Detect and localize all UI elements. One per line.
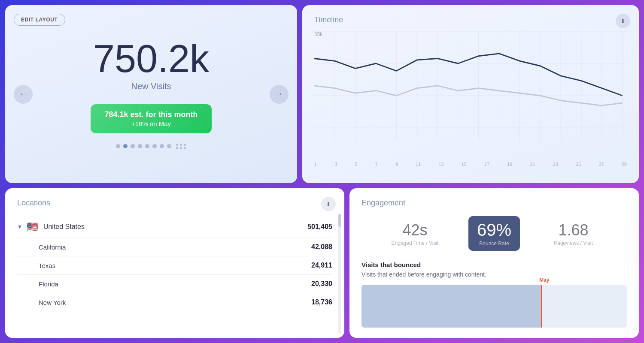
location-row-us[interactable]: ▼ 🇺🇸 United States 501,405: [17, 216, 332, 238]
dot-7[interactable]: [160, 144, 164, 148]
location-name-fl: Florida: [17, 280, 311, 288]
x-label-19: 19: [507, 162, 512, 167]
x-label-17: 17: [484, 162, 489, 167]
estimate-sub-text: +16% on May: [104, 120, 197, 127]
x-label-25: 25: [576, 162, 581, 167]
dot-1[interactable]: [116, 144, 120, 148]
bounce-chart: [361, 285, 627, 328]
dot-5[interactable]: [145, 144, 149, 148]
timeline-download-button[interactable]: ⬇: [616, 14, 630, 28]
timeline-card: Timeline ⬇ 35k: [302, 5, 639, 183]
metric-value: 750.2k: [93, 39, 209, 78]
dot-3[interactable]: [131, 144, 135, 148]
pageviews-label: Pageviews / Visit: [520, 240, 627, 246]
engagement-card: Engagement 42s Engaged Time / Visit 69% …: [349, 188, 639, 338]
locations-download-button[interactable]: ⬇: [321, 197, 336, 211]
estimate-badge: 784.1k est. for this month +16% on May: [91, 104, 211, 133]
dot-4[interactable]: [138, 144, 142, 148]
timeline-svg: [314, 31, 627, 160]
timeline-chart: 35k: [314, 31, 627, 160]
us-flag-icon: 🇺🇸: [27, 221, 38, 232]
dot-6[interactable]: [152, 144, 157, 148]
location-name-ny: New York: [17, 299, 311, 306]
chart-y-label: 35k: [314, 31, 322, 37]
x-label-15: 15: [462, 162, 467, 167]
engaged-time-label: Engaged Time / Visit: [361, 240, 468, 246]
metrics-card: EDIT LAYOUT ← → 750.2k New Visits 784.1k…: [5, 5, 297, 183]
x-label-27: 27: [598, 162, 604, 167]
x-label-5: 5: [355, 162, 357, 167]
nav-prev-button[interactable]: ←: [14, 85, 33, 104]
x-label-13: 13: [438, 162, 444, 167]
location-row-ca[interactable]: California 42,088: [17, 238, 332, 256]
arrow-left-icon: ←: [19, 90, 27, 99]
edit-layout-button[interactable]: EDIT LAYOUT: [14, 14, 65, 26]
bounce-rate-metric[interactable]: 69% Bounce Rate: [468, 216, 520, 251]
locations-card: Locations ⬇ ▼ 🇺🇸 United States 501,405 C…: [5, 188, 344, 338]
download-icon: ⬇: [326, 201, 331, 208]
pageviews-metric[interactable]: 1.68 Pageviews / Visit: [520, 221, 627, 246]
bounce-rate-value: 69%: [477, 220, 511, 240]
locations-title: Locations: [17, 199, 332, 208]
location-count-us: 501,405: [307, 223, 332, 231]
pagination-dots: [116, 144, 186, 149]
x-label-21: 21: [530, 162, 535, 167]
location-row-ny[interactable]: New York 18,736: [17, 293, 332, 311]
x-label-29: 29: [622, 162, 627, 167]
x-label-3: 3: [334, 162, 337, 167]
bounce-desc-title: Visits that bounced: [361, 261, 627, 268]
location-count-tx: 24,911: [311, 262, 332, 269]
scrollbar-track[interactable]: [338, 214, 341, 334]
nav-next-button[interactable]: →: [270, 85, 289, 104]
scrollbar-thumb[interactable]: [338, 214, 341, 227]
location-name-ca: California: [17, 244, 311, 251]
x-label-9: 9: [395, 162, 398, 167]
dot-8[interactable]: [167, 144, 171, 148]
bottom-section: Locations ⬇ ▼ 🇺🇸 United States 501,405 C…: [5, 188, 639, 338]
bounce-desc-text: Visits that ended before engaging with c…: [361, 271, 627, 278]
x-axis: 1 3 5 7 9 11 13 15 17 19 21 23 25 27 29: [314, 160, 627, 167]
engagement-title: Engagement: [361, 199, 627, 208]
location-count-fl: 20,330: [311, 280, 332, 288]
x-label-11: 11: [416, 162, 421, 167]
arrow-right-icon: →: [275, 90, 283, 99]
dot-2[interactable]: [123, 144, 128, 148]
download-icon: ⬇: [620, 18, 626, 24]
location-row-tx[interactable]: Texas 24,911: [17, 256, 332, 275]
x-label-1: 1: [314, 162, 317, 167]
engaged-time-value: 42s: [361, 221, 468, 239]
bounce-rate-label: Bounce Rate: [477, 241, 511, 247]
bounce-may-line: [541, 285, 542, 328]
location-name-us: United States: [43, 223, 307, 231]
x-label-23: 23: [553, 162, 558, 167]
bounce-bar-filled: [361, 285, 542, 328]
location-count-ny: 18,736: [311, 298, 332, 306]
engagement-metrics: 42s Engaged Time / Visit 69% Bounce Rate…: [361, 216, 627, 251]
x-label-7: 7: [375, 162, 378, 167]
location-row-fl[interactable]: Florida 20,330: [17, 275, 332, 293]
engaged-time-metric[interactable]: 42s Engaged Time / Visit: [361, 221, 468, 246]
may-label: May: [539, 277, 549, 283]
top-section: EDIT LAYOUT ← → 750.2k New Visits 784.1k…: [5, 5, 639, 183]
estimate-main-text: 784.1k est. for this month: [104, 110, 197, 119]
dot-grid: [176, 144, 186, 149]
timeline-title: Timeline: [314, 15, 627, 24]
bounce-chart-wrapper: May: [361, 285, 627, 328]
expand-arrow-icon[interactable]: ▼: [17, 224, 22, 230]
pageviews-value: 1.68: [520, 221, 627, 239]
location-count-ca: 42,088: [311, 243, 332, 251]
metric-label: New Visits: [131, 81, 171, 91]
location-name-tx: Texas: [17, 262, 311, 269]
